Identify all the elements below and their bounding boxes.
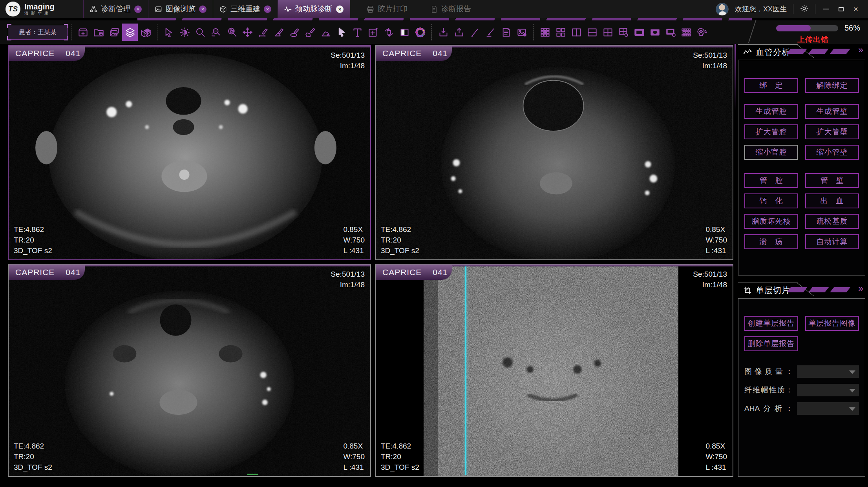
- measure-angle-tool[interactable]: [271, 24, 287, 41]
- tab-close-icon[interactable]: ×: [336, 5, 344, 13]
- bind-button[interactable]: 绑 定: [744, 78, 798, 93]
- brush-line-tool[interactable]: [482, 24, 498, 41]
- ulcer-button[interactable]: 溃 疡: [744, 234, 798, 249]
- expand-lumen-button[interactable]: 扩大管腔: [744, 124, 798, 139]
- fibrous-cap-label: 纤维帽性质：: [744, 385, 793, 395]
- image-quality-label: 图像质量：: [744, 367, 793, 377]
- layout-boxes-button[interactable]: [553, 24, 568, 41]
- delete-slice-report-button[interactable]: 删除单层报告: [744, 336, 798, 351]
- cursor-tool[interactable]: [161, 24, 177, 41]
- pointer-filled-tool[interactable]: [334, 24, 349, 41]
- upload-tool[interactable]: [451, 24, 467, 41]
- fullscreen-rect-button[interactable]: [631, 24, 647, 41]
- lumen-button[interactable]: 管 腔: [744, 173, 798, 188]
- layers-tool[interactable]: [122, 24, 138, 41]
- series-image-info: Se:501/13Im:1/48: [331, 269, 365, 290]
- mri-image[interactable]: [376, 264, 733, 476]
- tab-carotid-diagnosis[interactable]: 颈动脉诊断 ×: [278, 0, 350, 18]
- image-quality-select[interactable]: [797, 365, 859, 378]
- wall-button[interactable]: 管 壁: [805, 173, 859, 188]
- photos-button[interactable]: [106, 24, 122, 41]
- grid-2x2-button[interactable]: [600, 24, 616, 41]
- image-export-tool[interactable]: [514, 24, 530, 41]
- annotation-add-tool[interactable]: [365, 24, 381, 41]
- mri-image[interactable]: [9, 46, 370, 259]
- tab-close-icon[interactable]: ×: [199, 5, 206, 13]
- hemorrhage-button[interactable]: 出 血: [805, 193, 859, 208]
- user-avatar[interactable]: [716, 3, 729, 16]
- filmstrip-button[interactable]: [678, 24, 694, 41]
- cube-3d-tool[interactable]: [138, 24, 153, 41]
- pan-tool[interactable]: [239, 24, 255, 41]
- download-tool[interactable]: [435, 24, 451, 41]
- shrink-wall-button[interactable]: 缩小管壁: [805, 145, 859, 160]
- image-count: Im:1/48: [693, 60, 727, 71]
- report-add-tool[interactable]: [498, 24, 514, 41]
- generate-wall-button[interactable]: 生成管壁: [805, 104, 859, 119]
- tab-diagnosis-report[interactable]: 诊断报告: [424, 0, 477, 18]
- draw-polygon-tool[interactable]: [302, 24, 318, 41]
- expand-wall-button[interactable]: 扩大管壁: [805, 124, 859, 139]
- draw-ellipse-tool[interactable]: [287, 24, 302, 41]
- minimize-button[interactable]: [822, 5, 830, 13]
- viewport-1[interactable]: CAPRICE041 Se:501/13Im:1/48 TE:4.862TR:2…: [8, 45, 371, 260]
- slice-report-image-button[interactable]: 单层报告图像: [805, 316, 859, 331]
- tab-film-print[interactable]: 胶片打印: [360, 0, 414, 18]
- grid-remove-button[interactable]: [616, 24, 631, 41]
- window-level: L :431: [705, 462, 727, 472]
- zoom-2x-icon: [227, 27, 237, 38]
- close-button[interactable]: ×: [852, 5, 860, 13]
- collapse-slice-panel-icon[interactable]: [858, 284, 863, 293]
- invert-tool[interactable]: [397, 24, 412, 41]
- calcification-button[interactable]: 钙 化: [744, 193, 798, 208]
- split-vertical-button[interactable]: [568, 24, 584, 41]
- archive-add-button[interactable]: [75, 24, 91, 41]
- split-horizontal-icon: [587, 27, 598, 38]
- brush-tool[interactable]: [467, 24, 482, 41]
- auto-calculate-button[interactable]: 自动计算: [805, 234, 859, 249]
- zoom-tool[interactable]: [192, 24, 208, 41]
- shrink-lumen-button[interactable]: 缩小官腔: [744, 145, 798, 160]
- toolbar-divider: [157, 24, 157, 40]
- rotate-tool[interactable]: [381, 24, 397, 41]
- series-count: Se:501/13: [331, 269, 365, 279]
- create-slice-report-button[interactable]: 创建单层报告: [744, 316, 798, 331]
- loose-matrix-button[interactable]: 疏松基质: [805, 214, 859, 229]
- maximize-button[interactable]: [837, 5, 845, 13]
- zoom-region-tool[interactable]: [208, 24, 224, 41]
- mri-image[interactable]: [9, 264, 370, 476]
- folder-add-button[interactable]: [91, 24, 106, 41]
- zoom-2x-tool[interactable]: [224, 24, 239, 41]
- protractor-tool[interactable]: [318, 24, 334, 41]
- rect-remove-button[interactable]: [663, 24, 678, 41]
- patient-field[interactable]: 患者：王某某: [8, 25, 68, 40]
- brightness-tool[interactable]: [177, 24, 192, 41]
- grid-3x3-layout-button[interactable]: [537, 24, 553, 41]
- ai-analysis-button[interactable]: [694, 24, 710, 41]
- generate-lumen-button[interactable]: 生成管腔: [744, 104, 798, 119]
- download-icon: [438, 27, 449, 38]
- unbind-button[interactable]: 解除绑定: [805, 78, 859, 93]
- aha-analysis-select[interactable]: [797, 402, 859, 415]
- text-tool[interactable]: [349, 24, 365, 41]
- aha-analysis-label: AHA分析：: [744, 403, 793, 414]
- mri-image[interactable]: [376, 46, 733, 259]
- brand-mark-icon: TS: [5, 2, 20, 16]
- tab-3d-reconstruction[interactable]: 三维重建 ×: [213, 0, 278, 18]
- collapse-vessel-panel-icon[interactable]: [858, 46, 863, 55]
- localizer-line[interactable]: [465, 266, 466, 475]
- tab-diagnosis-management[interactable]: 诊断管理 ×: [83, 0, 148, 18]
- tab-close-icon[interactable]: ×: [264, 5, 271, 13]
- viewport-3[interactable]: CAPRICE041 Se:501/13Im:1/48 TE:4.862TR:2…: [8, 264, 371, 477]
- lipid-necrotic-core-button[interactable]: 脂质坏死核: [744, 214, 798, 229]
- tab-image-browse[interactable]: 图像浏览 ×: [148, 0, 213, 18]
- ellipse-layout-button[interactable]: [647, 24, 663, 41]
- color-wheel-tool[interactable]: [412, 24, 428, 41]
- fibrous-cap-select[interactable]: [797, 384, 859, 396]
- viewport-4[interactable]: CAPRICE041 Se:501/13Im:1/48 TE:4.862TR:2…: [375, 264, 733, 477]
- tab-close-icon[interactable]: ×: [134, 5, 142, 13]
- settings-button[interactable]: [800, 4, 809, 15]
- split-horizontal-button[interactable]: [584, 24, 600, 41]
- measure-line-tool[interactable]: [255, 24, 271, 41]
- viewport-2[interactable]: CAPRICE041 Se:501/13Im:1/48 TE:4.862TR:2…: [375, 45, 733, 260]
